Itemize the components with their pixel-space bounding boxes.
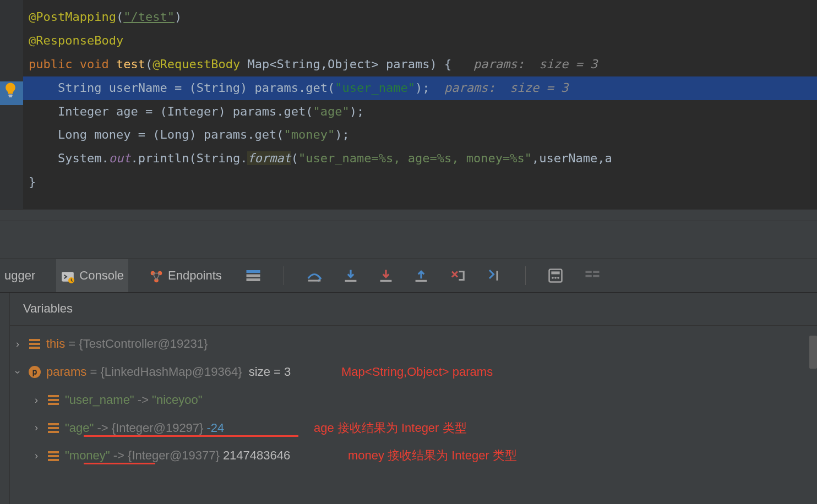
trace-icon[interactable]	[582, 266, 603, 285]
intention-bulb-icon[interactable]	[2, 81, 19, 98]
var-row-entry[interactable]: › "money" -> {Integer@19377} 2147483646 …	[12, 442, 817, 470]
code-line: System.out.println(String.format("user_n…	[25, 147, 817, 171]
code-line: Integer age = (Integer) params.get("age"…	[25, 100, 817, 124]
evaluate-icon[interactable]	[546, 266, 565, 286]
code-line: public void test(@RequestBody Map<String…	[25, 53, 817, 76]
var-row-entry[interactable]: › "age" -> {Integer@19297} -24 age 接收结果为…	[12, 414, 817, 442]
tab-console[interactable]: Console	[56, 259, 128, 292]
var-row-entry[interactable]: › "user_name" -> "niceyoo"	[12, 386, 817, 414]
run-to-cursor-icon[interactable]	[484, 266, 505, 285]
svg-rect-13	[415, 280, 427, 282]
toolbar-separator	[284, 266, 284, 285]
tab-debugger[interactable]: ugger	[0, 259, 40, 292]
object-icon	[47, 422, 59, 434]
svg-point-18	[554, 277, 557, 279]
expand-icon[interactable]: ›	[12, 335, 23, 354]
svg-rect-7	[246, 270, 260, 273]
variables-tree[interactable]: › this = {TestController@19231} › p para…	[0, 326, 817, 470]
underline-annotation	[84, 435, 298, 437]
var-row-params[interactable]: › p params = {LinkedHashMap@19364} size …	[12, 358, 817, 386]
annotation-params: Map<String,Object> params	[341, 360, 493, 384]
endpoints-icon	[149, 269, 164, 283]
variables-header: Variables	[0, 293, 817, 326]
force-step-into-icon[interactable]	[377, 266, 395, 285]
debug-variables-panel: Variables › this = {TestController@19231…	[0, 293, 817, 504]
svg-rect-22	[593, 271, 599, 273]
annotation-money: money 接收结果为 Integer 类型	[348, 444, 517, 468]
svg-rect-23	[593, 275, 599, 277]
expand-icon[interactable]: ›	[31, 446, 42, 465]
toolbar-separator	[525, 266, 526, 285]
code-line: @ResponseBody	[25, 29, 817, 53]
svg-point-17	[552, 277, 554, 279]
expand-icon[interactable]: ›	[31, 418, 42, 437]
step-over-icon[interactable]	[304, 266, 325, 285]
threads-icon[interactable]	[243, 266, 264, 285]
svg-rect-10	[308, 280, 321, 282]
svg-rect-21	[585, 275, 591, 277]
var-row-this[interactable]: › this = {TestController@19231}	[12, 330, 817, 358]
debug-toolbar: ugger Console Endpoints	[0, 259, 817, 293]
svg-point-19	[557, 277, 559, 279]
editor-splitter[interactable]	[0, 209, 817, 221]
step-out-icon[interactable]	[412, 266, 431, 285]
svg-rect-15	[549, 270, 562, 282]
object-icon	[47, 394, 59, 406]
svg-rect-16	[551, 271, 559, 274]
svg-rect-1	[9, 96, 12, 97]
step-into-icon[interactable]	[341, 266, 360, 285]
code-line: @PostMapping("/test")	[25, 6, 817, 29]
tab-endpoints[interactable]: Endpoints	[145, 259, 226, 292]
object-icon	[29, 338, 41, 350]
panel-blank	[0, 221, 817, 259]
underline-annotation	[84, 463, 155, 464]
code-line-current: String userName = (String) params.get("u…	[22, 76, 817, 100]
svg-rect-0	[8, 95, 13, 96]
code-editor[interactable]: @PostMapping("/test") @ResponseBody publ…	[0, 0, 817, 209]
code-line: Long money = (Long) params.get("money");	[25, 123, 817, 147]
expand-icon[interactable]: ›	[31, 391, 42, 410]
collapse-icon[interactable]: ›	[8, 366, 27, 377]
svg-rect-20	[585, 271, 591, 273]
svg-rect-12	[380, 280, 391, 282]
drop-frame-icon[interactable]	[447, 266, 468, 285]
object-icon	[47, 450, 59, 462]
console-icon	[61, 269, 75, 283]
svg-rect-8	[246, 275, 260, 277]
annotation-age: age 接收结果为 Integer 类型	[314, 417, 467, 440]
code-line: }	[25, 171, 817, 194]
svg-rect-9	[246, 278, 260, 281]
svg-rect-14	[496, 271, 498, 281]
param-badge-icon: p	[29, 366, 41, 378]
svg-rect-11	[345, 280, 356, 282]
editor-gutter	[0, 0, 23, 209]
